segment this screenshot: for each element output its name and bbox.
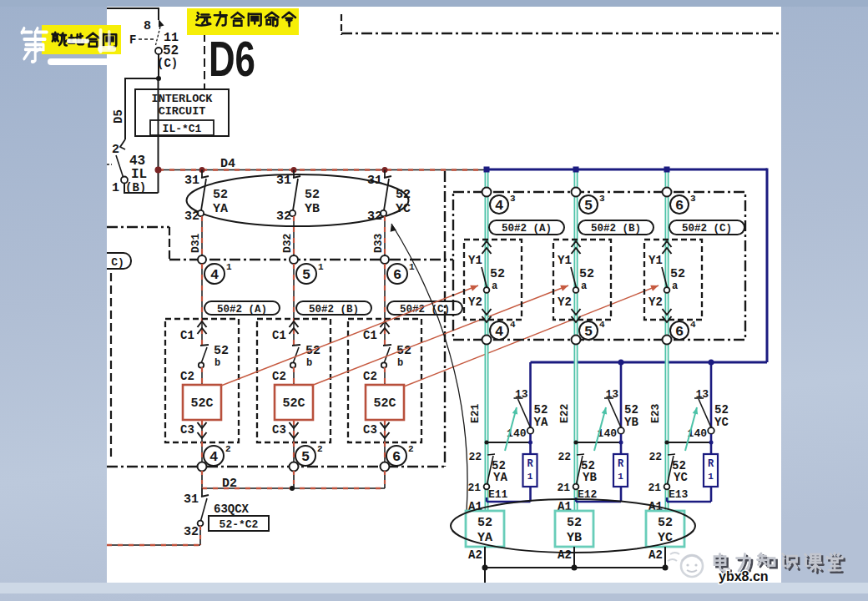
svg-text:INTERLOCK: INTERLOCK: [152, 93, 214, 105]
svg-text:C3: C3: [180, 423, 194, 437]
svg-text:YB: YB: [624, 416, 638, 429]
svg-text:31: 31: [184, 174, 199, 188]
svg-text:31: 31: [367, 174, 382, 188]
svg-text:22: 22: [468, 451, 482, 463]
svg-text:32: 32: [276, 210, 291, 224]
svg-text:8: 8: [144, 19, 151, 33]
svg-text:CIRCUIT: CIRCUIT: [159, 105, 206, 118]
svg-text:52: 52: [579, 267, 594, 281]
svg-text:b: b: [397, 357, 403, 369]
svg-text:4: 4: [210, 267, 219, 283]
svg-text:D6: D6: [209, 30, 255, 86]
svg-text:63QCX: 63QCX: [214, 503, 250, 516]
svg-text:C3: C3: [272, 423, 286, 437]
svg-text:1: 1: [708, 472, 714, 482]
svg-text:E11: E11: [488, 488, 508, 501]
svg-text:6: 6: [393, 267, 401, 283]
svg-text:YC: YC: [396, 202, 411, 216]
svg-text:ybx8.cn: ybx8.cn: [719, 569, 769, 583]
svg-text:52: 52: [567, 516, 582, 530]
svg-text:b: b: [306, 357, 312, 369]
svg-text:D32: D32: [281, 233, 294, 253]
svg-text:52: 52: [214, 344, 229, 358]
svg-text:1: 1: [618, 472, 623, 482]
svg-text:5: 5: [301, 449, 310, 465]
svg-text:52: 52: [213, 188, 228, 202]
svg-text:4: 4: [209, 449, 218, 465]
svg-text:YB: YB: [567, 531, 582, 545]
svg-text:Y1: Y1: [558, 254, 572, 267]
svg-text:C1: C1: [363, 329, 377, 342]
svg-text:C3: C3: [363, 423, 377, 437]
svg-text:Y1: Y1: [468, 254, 482, 267]
svg-text:4: 4: [495, 324, 503, 340]
svg-text:52: 52: [490, 267, 505, 281]
svg-text:C2: C2: [272, 370, 286, 383]
svg-text:D4: D4: [220, 157, 235, 171]
svg-text:F: F: [129, 33, 136, 47]
svg-text:E13: E13: [669, 488, 689, 501]
svg-text:5: 5: [584, 324, 593, 340]
svg-text:5: 5: [584, 198, 593, 214]
svg-text:21: 21: [467, 482, 481, 494]
svg-text:50#2 (A): 50#2 (A): [217, 304, 267, 316]
svg-text:52: 52: [624, 403, 638, 417]
svg-text:R: R: [708, 458, 714, 470]
svg-text:52C: 52C: [282, 396, 305, 411]
svg-text:52C: 52C: [373, 396, 396, 411]
svg-text:22: 22: [648, 451, 662, 463]
svg-text:22: 22: [558, 451, 571, 463]
svg-text:4: 4: [599, 320, 605, 330]
svg-text:A2: A2: [648, 548, 663, 562]
svg-text:Y1: Y1: [648, 254, 663, 267]
svg-text:32: 32: [184, 525, 199, 539]
svg-text:50#2 (A): 50#2 (A): [502, 223, 552, 235]
svg-text:21: 21: [648, 482, 661, 494]
svg-text:1: 1: [527, 472, 533, 482]
svg-text:52: 52: [670, 267, 685, 281]
svg-text:4: 4: [495, 198, 503, 214]
svg-text:6: 6: [392, 449, 401, 465]
svg-text:YC: YC: [714, 416, 729, 429]
svg-text:IL: IL: [131, 167, 147, 182]
svg-text:52: 52: [534, 403, 548, 417]
svg-text:YA: YA: [213, 202, 228, 216]
svg-text:YB: YB: [305, 202, 320, 216]
svg-text:YC: YC: [674, 471, 688, 484]
svg-text:a: a: [672, 280, 678, 292]
svg-text:1: 1: [318, 262, 324, 272]
svg-text:YA: YA: [534, 416, 548, 429]
svg-text:D5: D5: [112, 109, 125, 124]
svg-text:5: 5: [302, 267, 310, 283]
svg-text:C1: C1: [272, 329, 286, 342]
svg-text:A2: A2: [558, 548, 572, 562]
svg-text:E22: E22: [558, 403, 571, 423]
svg-text:D31: D31: [189, 233, 202, 253]
svg-text:(C): (C): [157, 57, 178, 70]
svg-text:4: 4: [510, 320, 516, 330]
svg-text:A2: A2: [468, 548, 482, 562]
svg-text:Y2: Y2: [648, 295, 663, 309]
svg-text:IL-*C1: IL-*C1: [163, 123, 202, 135]
svg-text:3: 3: [510, 194, 516, 204]
svg-text:50#2 (B): 50#2 (B): [309, 304, 359, 316]
svg-text:3: 3: [690, 194, 696, 204]
svg-text:2: 2: [408, 444, 414, 454]
svg-text:31: 31: [276, 174, 291, 188]
svg-text:1: 1: [226, 262, 232, 272]
svg-text:31: 31: [184, 492, 199, 507]
svg-text:D2: D2: [222, 477, 237, 491]
svg-text:a: a: [492, 280, 497, 292]
svg-text:52: 52: [658, 516, 673, 530]
svg-text:50#2 (B): 50#2 (B): [591, 223, 641, 235]
svg-text:2: 2: [112, 143, 119, 157]
svg-text:Y2: Y2: [558, 295, 572, 309]
svg-text:D33: D33: [372, 233, 385, 253]
svg-text:32: 32: [184, 210, 199, 224]
svg-text:2: 2: [225, 444, 231, 454]
svg-text:E21: E21: [469, 403, 482, 423]
svg-text:21: 21: [557, 482, 570, 494]
svg-text:52-*C2: 52-*C2: [220, 518, 259, 531]
svg-text:R: R: [527, 458, 533, 470]
svg-text:C1: C1: [180, 329, 194, 342]
